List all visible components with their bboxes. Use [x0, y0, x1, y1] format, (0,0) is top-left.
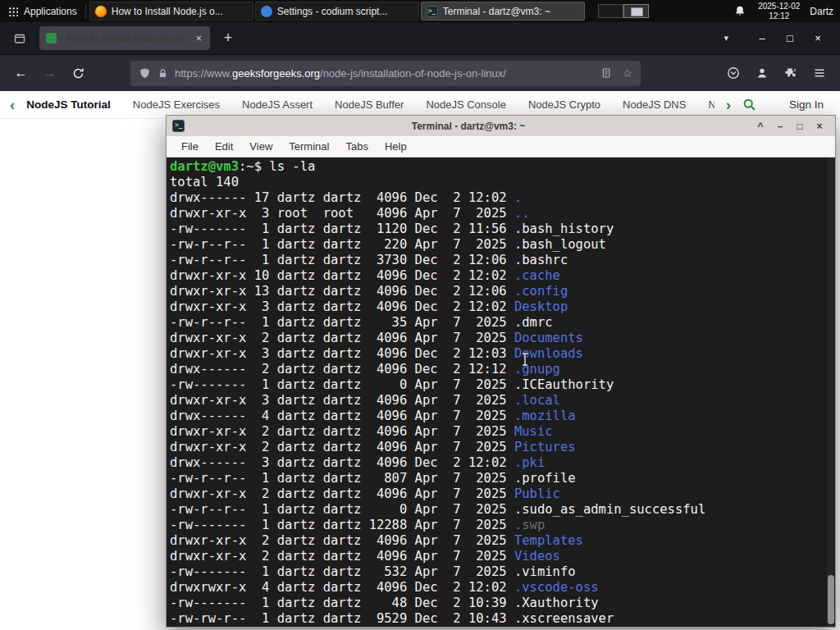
ls-row: -rw------- 1 dartz dartz 48 Dec 2 10:39 …	[170, 596, 835, 611]
tab-close-icon[interactable]: ×	[194, 32, 203, 44]
ls-row-meta: -rw-r--r-- 1 dartz dartz 807 Apr 7 2025	[170, 471, 514, 486]
taskbar-item-codium[interactable]: Settings - codium script...	[255, 2, 419, 21]
ls-row-name: .viminfo	[514, 564, 576, 579]
prompt-colon: :	[239, 159, 246, 174]
workspace-switcher[interactable]	[598, 4, 649, 18]
site-search-icon[interactable]	[742, 98, 756, 112]
site-nav-item[interactable]: NodeJS Buffer	[335, 98, 404, 111]
terminal-scrollbar-thumb[interactable]	[828, 575, 834, 624]
workspace-1[interactable]	[598, 4, 623, 18]
site-nav-items: NodeJS TutorialNodeJS ExercisesNodeJS As…	[26, 98, 714, 111]
ls-row: drwxr-xr-x 2 dartz dartz 4096 Apr 7 2025…	[170, 486, 835, 502]
applications-label: Applications	[24, 6, 77, 17]
prompt-sign: $	[254, 159, 262, 174]
ls-row-meta: -rw-r--r-- 1 dartz dartz 3730 Dec 2 12:0…	[170, 253, 514, 267]
ls-row-meta: drwxr-xr-x 2 dartz dartz 4096 Apr 7 2025	[170, 533, 514, 548]
site-nav-item[interactable]: NodeJS Tutorial	[26, 98, 111, 111]
url-bar[interactable]: https://www.geeksforgeeks.org/node-js/in…	[130, 61, 641, 86]
tracking-protection-shield-icon[interactable]	[139, 67, 151, 80]
ls-row-name: ..	[514, 206, 530, 221]
terminal-menu-view[interactable]: View	[241, 136, 281, 158]
ls-row: -rw------- 1 dartz dartz 0 Apr 7 2025 .I…	[170, 377, 835, 393]
url-text: https://www.geeksforgeeks.org/node-js/in…	[175, 67, 506, 80]
terminal-minimize-button[interactable]: –	[772, 119, 788, 134]
session-user-label[interactable]: Dartz	[810, 6, 833, 17]
total-line: total 140	[170, 175, 835, 190]
nav-scroll-right-icon[interactable]: ›	[726, 97, 731, 112]
ls-row-meta: drwxr-xr-x 2 dartz dartz 4096 Apr 7 2025	[170, 440, 514, 454]
terminal-shade-button[interactable]: ^	[752, 119, 769, 134]
reader-view-icon[interactable]	[600, 67, 612, 79]
ls-row-meta: -rw-r--r-- 1 dartz dartz 35 Apr 7 2025	[170, 315, 514, 330]
site-nav-item[interactable]: NodeJS DNS	[623, 98, 686, 111]
ls-row: drwx------ 3 dartz dartz 4096 Dec 2 12:0…	[170, 455, 835, 471]
pocket-icon[interactable]	[720, 61, 746, 85]
site-favicon	[46, 33, 57, 43]
window-taskbar: How to Install Node.js o...Settings - co…	[89, 0, 585, 22]
bookmark-star-icon[interactable]: ☆	[622, 66, 632, 80]
menu-icon[interactable]	[806, 61, 832, 85]
terminal-close-button[interactable]: ×	[811, 119, 828, 134]
ls-row-name: Downloads	[514, 346, 583, 361]
ls-row-name: .pki	[514, 455, 545, 470]
new-tab-button[interactable]: +	[218, 30, 238, 47]
typed-command: ls -la	[262, 159, 315, 174]
firefox-view-icon[interactable]	[8, 27, 31, 50]
ls-row: drwxr-xr-x 10 dartz dartz 4096 Dec 2 12:…	[170, 268, 835, 284]
ls-row-meta: -rw------- 1 dartz dartz 532 Apr 7 2025	[170, 564, 514, 579]
ls-row-meta: drwxr-xr-x 2 dartz dartz 4096 Apr 7 2025	[170, 549, 514, 564]
reload-button[interactable]	[66, 61, 91, 85]
ls-row-meta: drwxr-xr-x 13 dartz dartz 4096 Dec 2 12:…	[170, 284, 514, 299]
browser-maximize-button[interactable]: □	[776, 28, 804, 49]
extensions-icon[interactable]	[778, 61, 803, 85]
terminal-screen[interactable]: dartz@vm3:~$ ls -la total 140 drwx------…	[167, 158, 835, 627]
site-nav-item[interactable]: NodeJS Assert	[242, 98, 313, 111]
panel-clock[interactable]: 2025-12-02 12:12	[758, 2, 800, 21]
back-button[interactable]: ←	[8, 61, 34, 85]
ls-row: drwxr-xr-x 3 dartz dartz 4096 Dec 2 12:0…	[170, 299, 835, 315]
ls-row-name: .profile	[514, 471, 576, 486]
terminal-titlebar[interactable]: Terminal - dartz@vm3: ~ ^ – □ ×	[167, 116, 835, 136]
site-nav-item[interactable]: NodeJS Exercises	[133, 98, 220, 111]
ls-row-meta: -rw-rw-r-- 1 dartz dartz 9529 Dec 2 10:4…	[170, 611, 514, 626]
browser-tab[interactable]: How to Install Node.js on ×	[39, 26, 210, 50]
ls-row: drwxr-xr-x 3 root root 4096 Apr 7 2025 .…	[170, 206, 835, 221]
site-nav-item[interactable]: NodeJS Console	[426, 98, 506, 111]
site-nav-item[interactable]: Node	[708, 98, 714, 111]
notifications-bell-icon[interactable]	[732, 3, 748, 20]
account-icon[interactable]	[749, 61, 774, 85]
applications-menu-button[interactable]: Applications	[0, 0, 85, 22]
site-nav-item[interactable]: NodeJS Crypto	[528, 98, 600, 111]
ls-row: -rw-r--r-- 1 dartz dartz 807 Apr 7 2025 …	[170, 471, 835, 486]
terminal-menu-edit[interactable]: Edit	[207, 136, 241, 158]
browser-close-button[interactable]: ×	[804, 28, 832, 49]
terminal-window-icon[interactable]	[172, 120, 185, 132]
terminal-maximize-button[interactable]: □	[792, 119, 808, 134]
clock-date: 2025-12-02	[758, 2, 800, 11]
sign-in-button[interactable]: Sign In	[789, 98, 824, 111]
nav-scroll-left-icon[interactable]: ‹	[10, 97, 15, 112]
taskbar-item-terminal[interactable]: Terminal - dartz@vm3: ~	[421, 2, 585, 21]
lock-icon[interactable]	[158, 68, 168, 79]
ls-row-meta: -rw-r--r-- 1 dartz dartz 0 Apr 7 2025	[170, 502, 514, 517]
workspace-2[interactable]	[623, 4, 649, 18]
ls-row-meta: drwx------ 2 dartz dartz 4096 Dec 2 12:1…	[170, 362, 514, 377]
ls-row-name: .vscode-oss	[514, 580, 599, 595]
terminal-scrollbar[interactable]	[827, 158, 835, 627]
ls-row: drwxr-xr-x 3 dartz dartz 4096 Apr 7 2025…	[170, 393, 835, 409]
ls-row-meta: -rw------- 1 dartz dartz 1120 Dec 2 11:5…	[170, 221, 514, 236]
ls-row-name: .bash_history	[514, 221, 614, 236]
taskbar-item-firefox[interactable]: How to Install Node.js o...	[89, 2, 253, 21]
terminal-menu-terminal[interactable]: Terminal	[281, 136, 337, 158]
terminal-menu-help[interactable]: Help	[377, 136, 415, 158]
terminal-window: Terminal - dartz@vm3: ~ ^ – □ × FileEdit…	[166, 115, 836, 628]
list-all-tabs-icon[interactable]: ▾	[724, 33, 728, 43]
ls-row-name: .bashrc	[514, 253, 568, 267]
ls-row-name: .cache	[514, 268, 560, 283]
terminal-window-controls: ^ – □ ×	[752, 119, 829, 134]
browser-minimize-button[interactable]: –	[748, 28, 776, 49]
terminal-menu-tabs[interactable]: Tabs	[337, 136, 376, 158]
forward-button[interactable]: →	[37, 61, 62, 85]
taskbar-item-label: How to Install Node.js o...	[112, 6, 223, 17]
terminal-menu-file[interactable]: File	[173, 136, 207, 158]
